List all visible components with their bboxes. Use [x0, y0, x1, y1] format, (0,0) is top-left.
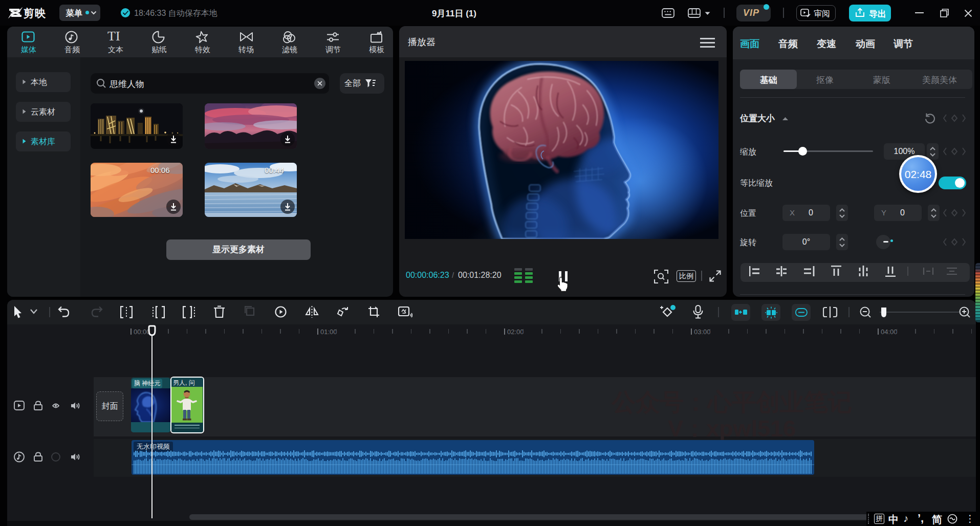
svg-text:VIP: VIP — [743, 8, 759, 18]
